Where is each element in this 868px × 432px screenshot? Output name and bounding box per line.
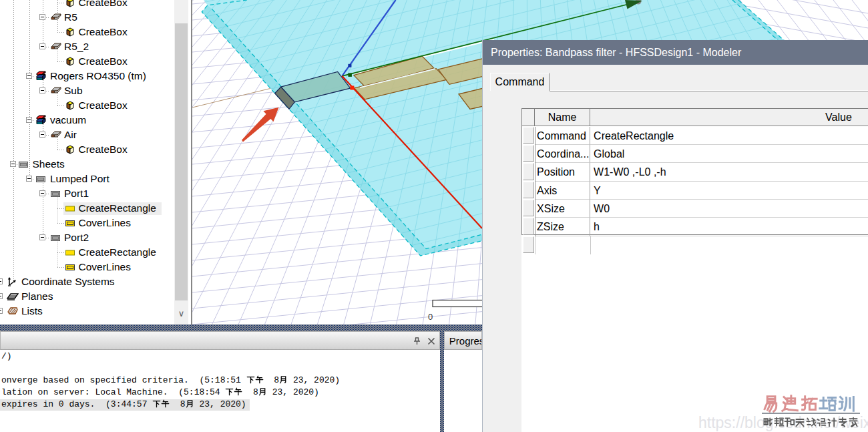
svg-text:0: 0 — [428, 312, 433, 322]
